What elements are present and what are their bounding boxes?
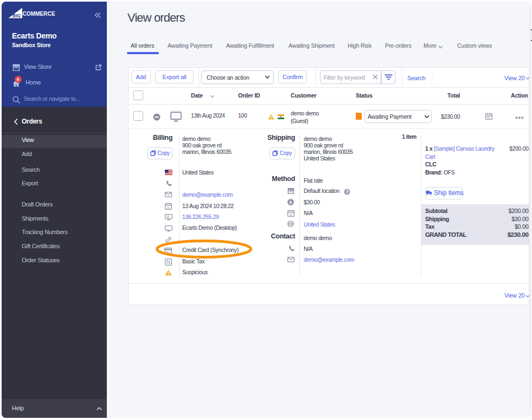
svg-text:31: 31 [167,206,170,209]
svg-text:BIG: BIG [12,13,21,18]
svg-text:IP: IP [166,215,170,218]
svg-text:31: 31 [290,212,293,216]
svg-text:?: ? [346,189,349,195]
svg-text:$: $ [290,200,292,205]
